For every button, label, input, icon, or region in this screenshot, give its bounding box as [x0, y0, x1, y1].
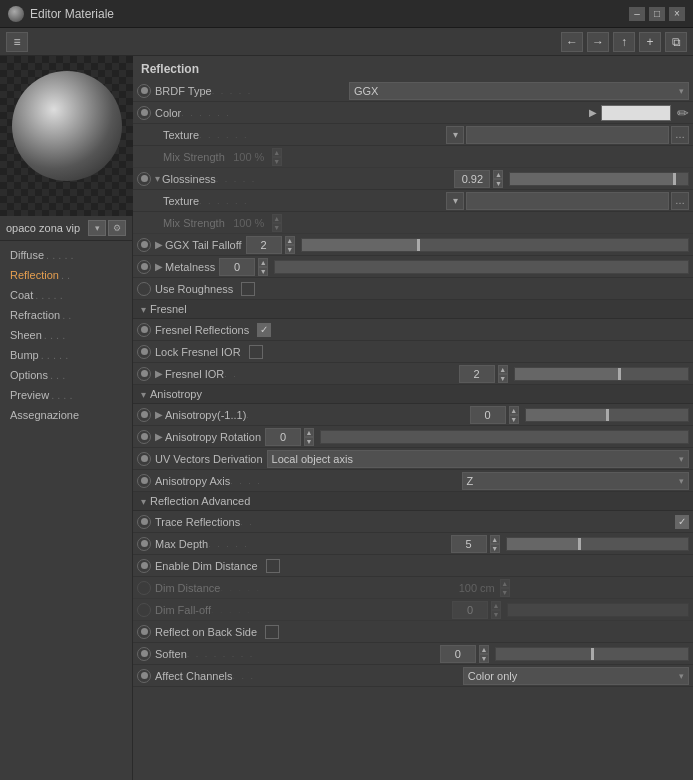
radio-dim-distance[interactable]	[137, 581, 151, 595]
checkbox-enable-dim-distance[interactable]	[266, 559, 280, 573]
texture-gloss-field[interactable]	[466, 192, 669, 210]
radio-brdf-type[interactable]	[137, 84, 151, 98]
radio-uv-vectors[interactable]	[137, 452, 151, 466]
dim-distance-down[interactable]: ▼	[500, 588, 510, 597]
material-settings-btn[interactable]: ⚙	[108, 220, 126, 236]
texture-field[interactable]	[466, 126, 669, 144]
radio-use-roughness[interactable]	[137, 282, 151, 296]
material-dropdown-btn[interactable]: ▾	[88, 220, 106, 236]
anisotropy-val-up[interactable]: ▲	[509, 406, 519, 415]
dim-falloff-input[interactable]	[452, 601, 488, 619]
max-depth-down[interactable]: ▼	[490, 544, 500, 553]
sidebar-item-refraction[interactable]: Refraction . .	[0, 305, 132, 325]
soften-up[interactable]: ▲	[479, 645, 489, 654]
radio-metalness[interactable]	[137, 260, 151, 274]
radio-max-depth[interactable]	[137, 537, 151, 551]
soften-down[interactable]: ▼	[479, 654, 489, 663]
radio-fresnel-reflections[interactable]	[137, 323, 151, 337]
mix-strength2-up[interactable]: ▲	[272, 214, 282, 223]
texture-dropdown-btn[interactable]: ▾	[446, 126, 464, 144]
ggx-tail-input[interactable]	[246, 236, 282, 254]
anisotropy-val-slider[interactable]	[525, 408, 689, 422]
radio-aniso-axis[interactable]	[137, 474, 151, 488]
anisotropy-val-input[interactable]	[470, 406, 506, 424]
metalness-down[interactable]: ▼	[258, 267, 268, 276]
anisotropy-rot-slider[interactable]	[320, 430, 689, 444]
affect-channels-dropdown[interactable]: Color only ▾	[463, 667, 689, 685]
max-depth-input[interactable]	[451, 535, 487, 553]
window-controls[interactable]: – □ ×	[629, 7, 685, 21]
aniso-axis-dropdown[interactable]: Z ▾	[462, 472, 689, 490]
checkbox-use-roughness[interactable]	[241, 282, 255, 296]
minimize-button[interactable]: –	[629, 7, 645, 21]
radio-color[interactable]	[137, 106, 151, 120]
anisotropy-rot-up[interactable]: ▲	[304, 428, 314, 437]
close-button[interactable]: ×	[669, 7, 685, 21]
ggx-tail-slider[interactable]	[301, 238, 689, 252]
dim-distance-up[interactable]: ▲	[500, 579, 510, 588]
checkbox-lock-fresnel-ior[interactable]	[249, 345, 263, 359]
texture-gloss-dropdown-btn[interactable]: ▾	[446, 192, 464, 210]
eyedropper-icon[interactable]: ✏	[677, 105, 689, 121]
radio-glossiness[interactable]	[137, 172, 151, 186]
max-depth-up[interactable]: ▲	[490, 535, 500, 544]
radio-fresnel-ior[interactable]	[137, 367, 151, 381]
anisotropy-rot-input[interactable]	[265, 428, 301, 446]
sidebar-item-options[interactable]: Options . . .	[0, 365, 132, 385]
texture-browse-btn[interactable]: …	[671, 126, 689, 144]
fresnel-ior-input[interactable]	[459, 365, 495, 383]
mix-strength2-down[interactable]: ▼	[272, 223, 282, 232]
add-button[interactable]: +	[639, 32, 661, 52]
fresnel-ior-up[interactable]: ▲	[498, 365, 508, 374]
radio-reflect-back-side[interactable]	[137, 625, 151, 639]
menu-button[interactable]: ≡	[6, 32, 28, 52]
ggx-tail-down[interactable]: ▼	[285, 245, 295, 254]
max-depth-slider[interactable]	[506, 537, 689, 551]
fresnel-ior-slider[interactable]	[514, 367, 689, 381]
radio-dim-falloff[interactable]	[137, 603, 151, 617]
radio-anisotropy-rot[interactable]	[137, 430, 151, 444]
subsection-reflection-adv[interactable]: ▾ Reflection Advanced	[133, 492, 693, 511]
maximize-button[interactable]: □	[649, 7, 665, 21]
checkbox-fresnel-reflections[interactable]	[257, 323, 271, 337]
sidebar-item-assegnazione[interactable]: Assegnazione	[0, 405, 132, 425]
copy-button[interactable]: ⧉	[665, 32, 687, 52]
back-button[interactable]: ←	[561, 32, 583, 52]
radio-ggx-tail[interactable]	[137, 238, 151, 252]
up-button[interactable]: ↑	[613, 32, 635, 52]
radio-anisotropy-val[interactable]	[137, 408, 151, 422]
glossiness-up[interactable]: ▲	[493, 170, 503, 179]
ggx-tail-up[interactable]: ▲	[285, 236, 295, 245]
mix-strength-up[interactable]: ▲	[272, 148, 282, 157]
glossiness-slider[interactable]	[509, 172, 689, 186]
mix-strength-down[interactable]: ▼	[272, 157, 282, 166]
metalness-slider[interactable]	[274, 260, 689, 274]
checkbox-reflect-back-side[interactable]	[265, 625, 279, 639]
soften-slider[interactable]	[495, 647, 689, 661]
sidebar-item-diffuse[interactable]: Diffuse . . . . .	[0, 245, 132, 265]
dim-falloff-slider[interactable]	[507, 603, 689, 617]
subsection-fresnel[interactable]: ▾ Fresnel	[133, 300, 693, 319]
soften-input[interactable]	[440, 645, 476, 663]
metalness-up[interactable]: ▲	[258, 258, 268, 267]
uv-vectors-dropdown[interactable]: Local object axis ▾	[267, 450, 689, 468]
sidebar-item-sheen[interactable]: Sheen . . . .	[0, 325, 132, 345]
checkbox-trace-reflections[interactable]	[675, 515, 689, 529]
forward-button[interactable]: →	[587, 32, 609, 52]
radio-affect-channels[interactable]	[137, 669, 151, 683]
glossiness-down[interactable]: ▼	[493, 179, 503, 188]
color-swatch[interactable]	[601, 105, 671, 121]
sidebar-item-reflection[interactable]: Reflection . .	[0, 265, 132, 285]
sidebar-item-preview[interactable]: Preview . . . .	[0, 385, 132, 405]
dim-falloff-up[interactable]: ▲	[491, 601, 501, 610]
dim-falloff-down[interactable]: ▼	[491, 610, 501, 619]
brdf-type-dropdown[interactable]: GGX ▾	[349, 82, 689, 100]
glossiness-input[interactable]	[454, 170, 490, 188]
texture-gloss-browse-btn[interactable]: …	[671, 192, 689, 210]
fresnel-ior-down[interactable]: ▼	[498, 374, 508, 383]
anisotropy-rot-down[interactable]: ▼	[304, 437, 314, 446]
anisotropy-val-down[interactable]: ▼	[509, 415, 519, 424]
sidebar-item-coat[interactable]: Coat . . . . .	[0, 285, 132, 305]
radio-lock-fresnel-ior[interactable]	[137, 345, 151, 359]
sidebar-item-bump[interactable]: Bump . . . . .	[0, 345, 132, 365]
